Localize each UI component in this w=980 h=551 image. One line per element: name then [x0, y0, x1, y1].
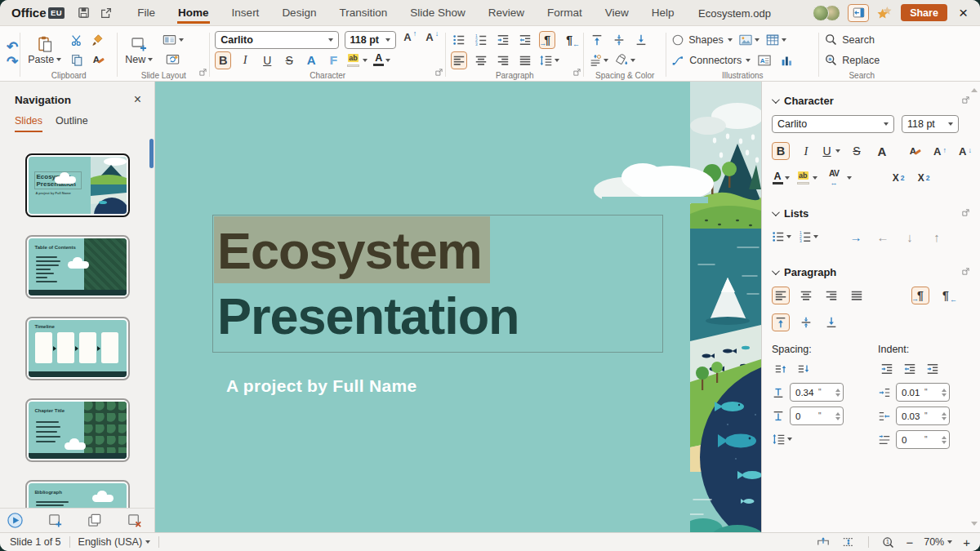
sidebar-italic-button[interactable]: I	[797, 142, 815, 160]
sidebar-decrease-indent-button[interactable]	[901, 360, 919, 378]
slide-layout-button[interactable]	[162, 31, 184, 49]
sidebar-strikethrough-button[interactable]: S	[848, 142, 866, 160]
zoom-out-button[interactable]: −	[906, 535, 913, 549]
line-spacing-button[interactable]	[539, 51, 559, 69]
line-spacing-dropdown-button[interactable]	[772, 430, 792, 448]
slide-thumbnail-3[interactable]: Timeline	[25, 317, 130, 380]
left-to-right-button[interactable]: →¶	[539, 31, 555, 49]
slide-layout-launcher-icon[interactable]	[198, 65, 207, 80]
decrease-paragraph-spacing-button[interactable]	[795, 360, 813, 378]
duplicate-slide-button[interactable]	[86, 512, 103, 529]
menu-file[interactable]: File	[136, 2, 156, 24]
sidebar-underline-button[interactable]: U	[822, 142, 840, 160]
sidebar-decrease-font-button[interactable]: A↓	[956, 142, 974, 160]
superscript-button[interactable]: X2	[889, 169, 907, 187]
tab-slides[interactable]: Slides	[15, 115, 42, 132]
sidebar-numbered-list-button[interactable]	[799, 228, 818, 246]
strikethrough-button[interactable]: S	[281, 51, 297, 69]
bullet-list-button[interactable]	[451, 31, 467, 49]
indent-after-field[interactable]: "	[896, 407, 950, 425]
fit-slide-icon[interactable]	[816, 535, 831, 549]
indent-before-field[interactable]: "	[896, 383, 950, 402]
zoom-in-button[interactable]: +	[963, 535, 970, 549]
sidebar-align-top-button[interactable]	[772, 313, 790, 331]
sidebar-rtl-button[interactable]: →¶	[937, 287, 955, 304]
menu-insert[interactable]: Insert	[231, 2, 261, 24]
indent-after-input[interactable]	[902, 411, 924, 421]
sidebar-increase-font-button[interactable]: A↑	[931, 142, 949, 160]
menu-format[interactable]: Format	[546, 2, 583, 24]
sidebar-character-dialog-button[interactable]: A	[873, 142, 891, 160]
sidebar-justify-button[interactable]	[848, 287, 866, 304]
shapes-button[interactable]: Shapes	[671, 31, 732, 49]
sidebar-font-name-select[interactable]: Carlito	[772, 115, 894, 133]
bold-button[interactable]: B	[215, 51, 231, 69]
indent-after-spinner[interactable]	[942, 412, 947, 420]
section-lists[interactable]: Lists	[772, 207, 970, 220]
space-above-field[interactable]: "	[790, 383, 844, 402]
space-above-input[interactable]	[795, 388, 818, 398]
change-layout-button[interactable]	[162, 51, 184, 69]
paste-button[interactable]: Paste	[25, 30, 64, 69]
highlight-color-button[interactable]: ab	[347, 51, 368, 69]
decrease-indent-button[interactable]	[517, 31, 533, 49]
center-vertically-button[interactable]	[611, 31, 627, 49]
font-size-select[interactable]: 118 pt	[345, 31, 397, 49]
sidebar-ltr-button[interactable]: →¶	[911, 287, 929, 304]
sidebar-highlight-color-button[interactable]: ab	[797, 169, 817, 187]
replace-button[interactable]: Replace	[824, 51, 880, 69]
clone-formatting-button[interactable]	[90, 31, 106, 49]
menu-view[interactable]: View	[604, 2, 630, 24]
numbered-list-button[interactable]	[473, 31, 489, 49]
paragraph-spacing-button[interactable]	[589, 51, 608, 69]
lists-launcher-icon[interactable]	[961, 207, 970, 220]
section-character[interactable]: Character	[772, 95, 970, 107]
sidebar-scroll-up-icon[interactable]	[971, 88, 978, 92]
menu-transition[interactable]: Transition	[338, 2, 388, 24]
zoom-100-icon[interactable]	[881, 535, 895, 549]
sidebar-font-size-select[interactable]: 118 pt	[902, 115, 959, 133]
add-slide-button[interactable]	[47, 512, 64, 529]
insert-image-button[interactable]	[738, 31, 760, 49]
favorites-star-icon[interactable]	[876, 5, 893, 20]
paragraph-launcher-icon[interactable]	[961, 266, 970, 278]
promote-button[interactable]: ←	[873, 230, 893, 244]
increase-indent-button[interactable]	[495, 31, 511, 49]
right-to-left-button[interactable]: →¶	[561, 31, 577, 49]
connectors-button[interactable]: Connectors	[671, 51, 751, 69]
slide-thumbnail-5[interactable]: Bibliograph	[25, 480, 130, 508]
sidebar-character-spacing-button[interactable]: AV↔	[825, 169, 843, 187]
close-icon[interactable]: ×	[955, 5, 972, 20]
first-line-indent-input[interactable]	[902, 435, 924, 445]
subscript-button[interactable]: X2	[915, 169, 933, 187]
character-dialog-button[interactable]: A	[303, 51, 319, 69]
insert-textbox-button[interactable]	[756, 51, 773, 69]
sidebar-increase-indent-button[interactable]	[878, 360, 896, 378]
sidebar-bullet-list-button[interactable]	[772, 228, 791, 246]
character-launcher-icon[interactable]	[434, 65, 443, 80]
menu-home[interactable]: Home	[177, 2, 210, 24]
menu-slide-show[interactable]: Slide Show	[409, 2, 466, 24]
slide-canvas[interactable]: Ecosystem Presentation A project by Full…	[155, 82, 761, 532]
tab-outline[interactable]: Outline	[56, 115, 88, 132]
sidebar-scroll-down-icon[interactable]	[971, 522, 978, 526]
space-above-spinner[interactable]	[835, 389, 840, 397]
character-launcher-icon[interactable]	[961, 95, 970, 107]
space-below-spinner[interactable]	[835, 412, 840, 420]
increase-font-size-button[interactable]: A↑	[402, 31, 418, 49]
first-line-indent-field[interactable]: "	[896, 430, 950, 449]
sidebar-align-bottom-button[interactable]	[822, 313, 840, 331]
sidebar-toggle-button[interactable]	[848, 4, 869, 22]
copy-button[interactable]	[69, 51, 85, 69]
demote-button[interactable]: →	[846, 230, 866, 244]
undo-button[interactable]: ↶	[7, 42, 18, 53]
slide-thumbnail-4[interactable]: Chapter Title	[25, 398, 130, 462]
avatar[interactable]	[813, 5, 829, 21]
navigation-scrollbar[interactable]	[149, 139, 154, 168]
navigation-close-icon[interactable]: ×	[134, 92, 141, 107]
indent-before-spinner[interactable]	[942, 389, 947, 397]
cut-button[interactable]	[69, 31, 85, 49]
insert-chart-button[interactable]	[778, 51, 795, 69]
slide-subtitle-text[interactable]: A project by Full Name	[226, 376, 416, 396]
open-external-icon[interactable]	[97, 4, 115, 22]
